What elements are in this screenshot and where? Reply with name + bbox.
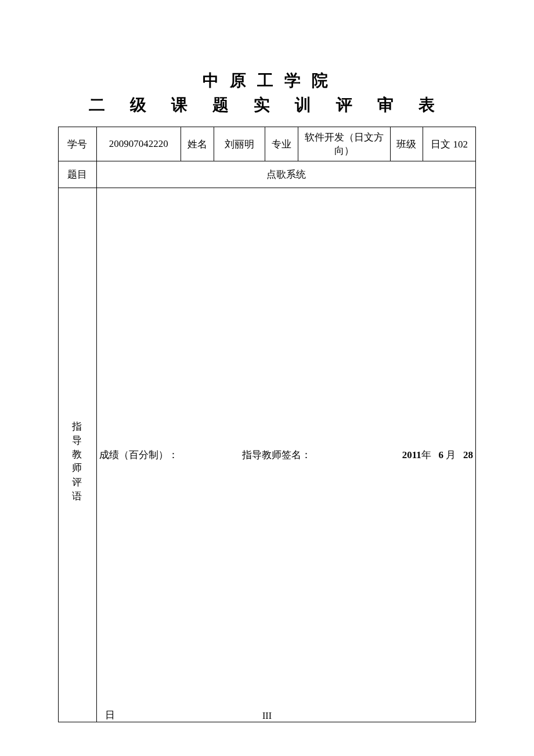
- name-value: 刘丽明: [214, 127, 265, 161]
- student-id-value: 200907042220: [96, 127, 181, 161]
- major-value: 软件开发（日文方向）: [298, 127, 390, 161]
- form-title: 二 级 课 题 实 训 评 审 表: [58, 94, 476, 116]
- institution-name: 中 原 工 学 院: [58, 70, 476, 92]
- evaluation-form-table: 学号 200907042220 姓名 刘丽明 专业 软件开发（日文方向） 班级 …: [58, 127, 476, 722]
- class-value: 日文 102: [423, 127, 476, 161]
- info-row: 学号 200907042220 姓名 刘丽明 专业 软件开发（日文方向） 班级 …: [59, 127, 476, 161]
- topic-value: 点歌系统: [96, 161, 475, 188]
- topic-label: 题目: [59, 161, 97, 188]
- month-char: 月: [446, 449, 456, 460]
- score-label: 成绩（百分制）：: [99, 448, 178, 462]
- footer-line: 成绩（百分制）： 指导教师签名： 2011年 6 月 28: [99, 448, 473, 462]
- signature-label: 指导教师签名：: [242, 448, 311, 462]
- page-container: 中 原 工 学 院 二 级 课 题 实 训 评 审 表 学号 200907042…: [0, 0, 534, 756]
- title-block: 中 原 工 学 院 二 级 课 题 实 训 评 审 表: [58, 70, 476, 116]
- name-label: 姓名: [181, 127, 214, 161]
- day-value: 28: [463, 449, 473, 460]
- year-value: 2011: [402, 449, 421, 460]
- advisor-comments-cell: 成绩（百分制）： 指导教师签名： 2011年 6 月 28 日: [96, 188, 475, 722]
- advisor-comments-label: 指导教师评语: [59, 188, 97, 722]
- month-value: 6: [439, 449, 444, 460]
- comments-row: 指导教师评语 成绩（百分制）： 指导教师签名： 2011年 6 月 28 日: [59, 188, 476, 722]
- year-char: 年: [421, 449, 431, 460]
- major-label: 专业: [265, 127, 298, 161]
- date-display: 2011年 6 月 28: [402, 448, 473, 462]
- class-label: 班级: [390, 127, 423, 161]
- page-number: III: [0, 711, 534, 721]
- student-id-label: 学号: [59, 127, 97, 161]
- topic-row: 题目 点歌系统: [59, 161, 476, 188]
